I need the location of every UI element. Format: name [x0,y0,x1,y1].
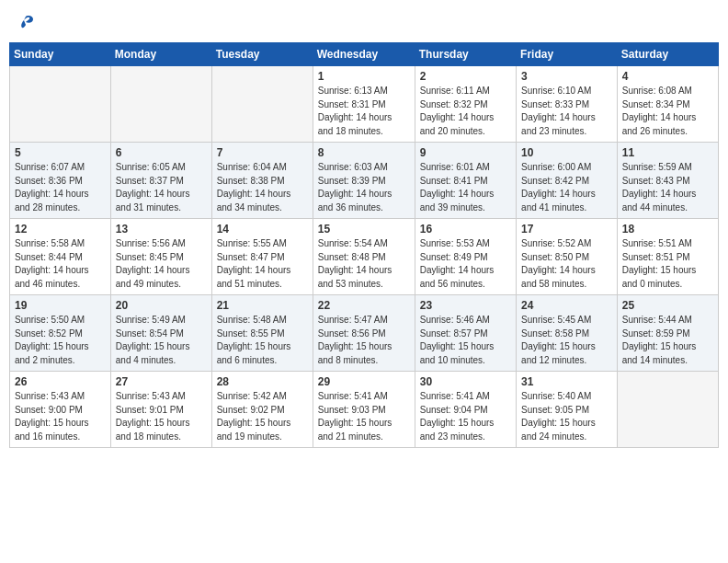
calendar-header-friday: Friday [517,43,618,66]
day-number: 18 [622,223,713,236]
day-number: 11 [622,146,713,159]
calendar-day: 28Sunrise: 5:42 AM Sunset: 9:02 PM Dayli… [211,372,313,448]
calendar-day: 7Sunrise: 6:04 AM Sunset: 8:38 PM Daylig… [211,143,313,219]
day-number: 12 [15,223,106,236]
calendar-header-wednesday: Wednesday [313,43,415,66]
day-info: Sunrise: 6:11 AM Sunset: 8:32 PM Dayligh… [420,85,511,138]
calendar-day: 9Sunrise: 6:01 AM Sunset: 8:41 PM Daylig… [415,143,516,219]
day-number: 14 [217,223,308,236]
day-number: 26 [15,375,106,388]
day-info: Sunrise: 5:54 AM Sunset: 8:48 PM Dayligh… [318,237,410,291]
day-info: Sunrise: 5:43 AM Sunset: 9:01 PM Dayligh… [116,390,207,443]
calendar-day: 3Sunrise: 6:10 AM Sunset: 8:33 PM Daylig… [517,66,618,143]
calendar-day: 27Sunrise: 5:43 AM Sunset: 9:01 PM Dayli… [110,372,211,448]
calendar-week-row: 1Sunrise: 6:13 AM Sunset: 8:31 PM Daylig… [10,66,719,143]
calendar-header-tuesday: Tuesday [211,43,313,66]
day-number: 5 [15,146,106,159]
calendar-day [211,66,313,143]
day-info: Sunrise: 5:42 AM Sunset: 9:02 PM Dayligh… [217,390,308,443]
day-info: Sunrise: 5:49 AM Sunset: 8:54 PM Dayligh… [116,314,207,367]
day-info: Sunrise: 6:10 AM Sunset: 8:33 PM Dayligh… [521,85,612,138]
calendar-day: 14Sunrise: 5:55 AM Sunset: 8:47 PM Dayli… [211,219,313,295]
calendar-day: 2Sunrise: 6:11 AM Sunset: 8:32 PM Daylig… [415,66,516,143]
day-info: Sunrise: 6:13 AM Sunset: 8:31 PM Dayligh… [318,85,410,138]
calendar-day: 23Sunrise: 5:46 AM Sunset: 8:57 PM Dayli… [415,295,516,372]
calendar-day: 20Sunrise: 5:49 AM Sunset: 8:54 PM Dayli… [110,295,211,372]
day-number: 16 [420,223,511,236]
day-info: Sunrise: 6:03 AM Sunset: 8:39 PM Dayligh… [318,161,410,214]
calendar-day: 19Sunrise: 5:50 AM Sunset: 8:52 PM Dayli… [10,295,111,372]
calendar-week-row: 12Sunrise: 5:58 AM Sunset: 8:44 PM Dayli… [10,219,719,295]
day-number: 6 [116,146,207,159]
calendar-day: 4Sunrise: 6:08 AM Sunset: 8:34 PM Daylig… [617,66,718,143]
day-info: Sunrise: 5:55 AM Sunset: 8:47 PM Dayligh… [217,237,308,291]
day-number: 21 [217,299,308,312]
calendar-day: 18Sunrise: 5:51 AM Sunset: 8:51 PM Dayli… [617,219,718,295]
day-info: Sunrise: 5:58 AM Sunset: 8:44 PM Dayligh… [15,237,106,291]
day-number: 7 [217,146,308,159]
calendar-header-thursday: Thursday [415,43,516,66]
calendar-header-saturday: Saturday [617,43,718,66]
calendar-day: 31Sunrise: 5:40 AM Sunset: 9:05 PM Dayli… [517,372,618,448]
day-number: 28 [217,375,308,388]
calendar-day: 8Sunrise: 6:03 AM Sunset: 8:39 PM Daylig… [313,143,415,219]
calendar-header-monday: Monday [110,43,211,66]
calendar-header-sunday: Sunday [10,43,111,66]
day-number: 29 [318,375,410,388]
calendar-day: 30Sunrise: 5:41 AM Sunset: 9:04 PM Dayli… [415,372,516,448]
calendar-day [617,372,718,448]
day-info: Sunrise: 6:08 AM Sunset: 8:34 PM Dayligh… [622,85,713,138]
day-number: 4 [622,70,713,83]
day-number: 9 [420,146,511,159]
day-number: 3 [521,70,612,83]
day-number: 23 [420,299,511,312]
calendar-day: 6Sunrise: 6:05 AM Sunset: 8:37 PM Daylig… [110,143,211,219]
calendar-week-row: 5Sunrise: 6:07 AM Sunset: 8:36 PM Daylig… [10,143,719,219]
day-info: Sunrise: 5:43 AM Sunset: 9:00 PM Dayligh… [15,390,106,443]
day-number: 31 [521,375,612,388]
calendar-day: 26Sunrise: 5:43 AM Sunset: 9:00 PM Dayli… [10,372,111,448]
day-info: Sunrise: 5:59 AM Sunset: 8:43 PM Dayligh… [622,161,713,214]
day-info: Sunrise: 5:53 AM Sunset: 8:49 PM Dayligh… [420,237,511,291]
calendar-day: 17Sunrise: 5:52 AM Sunset: 8:50 PM Dayli… [517,219,618,295]
day-number: 15 [318,223,410,236]
logo [15,13,35,31]
day-number: 17 [521,223,612,236]
calendar-week-row: 19Sunrise: 5:50 AM Sunset: 8:52 PM Dayli… [10,295,719,372]
calendar-header-row: SundayMondayTuesdayWednesdayThursdayFrid… [10,43,719,66]
logo-bird-icon [17,13,35,31]
day-info: Sunrise: 6:07 AM Sunset: 8:36 PM Dayligh… [15,161,106,214]
calendar-day: 1Sunrise: 6:13 AM Sunset: 8:31 PM Daylig… [313,66,415,143]
day-info: Sunrise: 5:52 AM Sunset: 8:50 PM Dayligh… [521,237,612,291]
calendar-day: 10Sunrise: 6:00 AM Sunset: 8:42 PM Dayli… [517,143,618,219]
calendar-day: 5Sunrise: 6:07 AM Sunset: 8:36 PM Daylig… [10,143,111,219]
day-info: Sunrise: 5:50 AM Sunset: 8:52 PM Dayligh… [15,314,106,367]
day-info: Sunrise: 5:41 AM Sunset: 9:03 PM Dayligh… [318,390,410,443]
calendar-day [10,66,111,143]
day-number: 22 [318,299,410,312]
calendar-day: 21Sunrise: 5:48 AM Sunset: 8:55 PM Dayli… [211,295,313,372]
calendar-day: 12Sunrise: 5:58 AM Sunset: 8:44 PM Dayli… [10,219,111,295]
calendar-day: 16Sunrise: 5:53 AM Sunset: 8:49 PM Dayli… [415,219,516,295]
day-number: 25 [622,299,713,312]
day-info: Sunrise: 5:40 AM Sunset: 9:05 PM Dayligh… [521,390,612,443]
day-info: Sunrise: 6:00 AM Sunset: 8:42 PM Dayligh… [521,161,612,214]
day-number: 2 [420,70,511,83]
day-number: 20 [116,299,207,312]
day-number: 8 [318,146,410,159]
calendar-day: 15Sunrise: 5:54 AM Sunset: 8:48 PM Dayli… [313,219,415,295]
day-info: Sunrise: 5:41 AM Sunset: 9:04 PM Dayligh… [420,390,511,443]
day-info: Sunrise: 5:45 AM Sunset: 8:58 PM Dayligh… [521,314,612,367]
day-number: 27 [116,375,207,388]
calendar-week-row: 26Sunrise: 5:43 AM Sunset: 9:00 PM Dayli… [10,372,719,448]
day-info: Sunrise: 6:05 AM Sunset: 8:37 PM Dayligh… [116,161,207,214]
calendar-day: 22Sunrise: 5:47 AM Sunset: 8:56 PM Dayli… [313,295,415,372]
day-number: 1 [318,70,410,83]
day-info: Sunrise: 6:04 AM Sunset: 8:38 PM Dayligh… [217,161,308,214]
day-info: Sunrise: 5:44 AM Sunset: 8:59 PM Dayligh… [622,314,713,367]
day-number: 13 [116,223,207,236]
page-header [9,9,719,35]
calendar-day: 11Sunrise: 5:59 AM Sunset: 8:43 PM Dayli… [617,143,718,219]
calendar-day: 25Sunrise: 5:44 AM Sunset: 8:59 PM Dayli… [617,295,718,372]
calendar-day: 24Sunrise: 5:45 AM Sunset: 8:58 PM Dayli… [517,295,618,372]
